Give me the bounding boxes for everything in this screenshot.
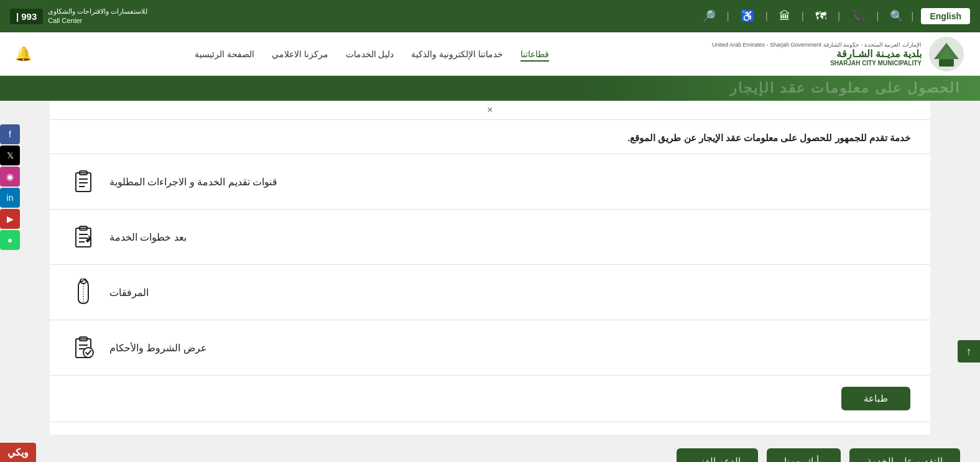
print-area: طباعة [50,376,930,422]
page-title-bar: الحصول على معلومات عقد الإيجار [0,76,980,101]
service-steps-row[interactable]: بعد خطوات الخدمة [50,210,930,265]
logo-image [928,35,965,73]
top-bar-icons: 🔍 | 📞 | 🗺 | 🏛 | ♿ | 🔎 [702,9,904,23]
close-button[interactable]: × [487,104,492,116]
main-content: × خدمة تقدم للجمهور للحصول على معلومات ع… [50,101,930,435]
nav-link-home[interactable]: الصفحة الرئيسية [195,49,254,59]
instagram-social-btn[interactable]: ◉ [0,167,20,187]
accessibility-icon[interactable]: 🏛 [779,10,790,23]
service-channels-row[interactable]: قنوات تقديم الخدمة و الاجراءات المطلوبة [50,154,930,210]
main-navigation: قطاعاتنا خدماتنا الإلكترونية والذكية دلي… [195,49,549,60]
logo-area: الإمارات العربية المتحدة - حكومة الشارقة… [712,35,965,73]
logo-arabic-name: بلدية مديـنة الشـارقة [712,48,922,60]
call-center-number: | 993 [10,9,43,24]
service-description: خدمة تقدم للجمهور للحصول على معلومات عقد… [50,120,930,154]
feedback-button[interactable]: رأيك يهمنا [767,448,840,462]
search-icon[interactable]: 🔍 [890,9,904,23]
nav-link-eservices[interactable]: قطاعاتنا [520,49,549,62]
nav-link-municipality[interactable]: دليل الخدمات [346,49,394,59]
print-button[interactable]: طباعة [841,387,910,410]
call-center-box: | 993 للاستفسارات والاقتراحات والشكاوى C… [10,7,147,26]
service-steps-label: بعد خطوات الخدمة [109,231,187,243]
linkedin-social-btn[interactable]: in [0,188,20,208]
apply-service-button[interactable]: التقديم على الخدمة [849,448,960,462]
english-language-button[interactable]: English [921,8,970,24]
notification-icon[interactable]: 🔔 [15,46,32,62]
close-bar: × [50,101,930,120]
facebook-social-btn[interactable]: f [0,124,20,144]
service-terms-row[interactable]: عرض الشروط والأحكام [50,320,930,376]
header-actions: 🔔 [15,46,32,62]
svg-rect-1 [939,59,954,67]
top-bar: English | 🔍 | 📞 | 🗺 | 🏛 | ♿ | 🔎 | 993 لل… [0,0,980,32]
nav-link-sectors[interactable]: خدماتنا الإلكترونية والذكية [411,49,503,59]
nav-link-media[interactable]: مركزنا الاعلامي [272,49,328,59]
phone-icon[interactable]: 📞 [851,9,865,23]
service-attachments-row[interactable]: المرفقات [50,265,930,320]
logo-subtitle: الإمارات العربية المتحدة - حكومة الشارقة… [712,42,922,48]
logo-english-name: SHARJAH CITY MUNICIPALITY [712,60,922,67]
header: الإمارات العربية المتحدة - حكومة الشارقة… [0,32,980,76]
clipboard-icon [70,168,97,195]
attachment-icon [70,279,97,306]
call-center-text: للاستفسارات والاقتراحات والشكاوى Call Ce… [48,7,147,26]
page-title-watermark: الحصول على معلومات عقد الإيجار [730,80,960,96]
sitemap-icon[interactable]: 🗺 [815,10,826,23]
youtube-social-btn[interactable]: ▶ [0,209,20,229]
svg-point-21 [83,348,93,358]
service-channels-label: قنوات تقديم الخدمة و الاجراءات المطلوبة [109,176,277,188]
zoom-icon[interactable]: 🔎 [702,9,716,23]
tech-support-button[interactable]: الدعم الفني [677,448,758,462]
wiki-badge: ويكي [0,443,36,462]
logo-text: الإمارات العربية المتحدة - حكومة الشارقة… [712,42,922,67]
social-sidebar: f 𝕏 ◉ in ▶ ● [0,124,20,250]
footer-buttons: التقديم على الخدمة رأيك يهمنا الدعم الفن… [0,435,980,462]
disability-icon[interactable]: ♿ [741,9,754,23]
service-terms-label: عرض الشروط والأحكام [109,342,207,354]
edit-document-icon [70,223,97,251]
twitter-social-btn[interactable]: 𝕏 [0,146,20,165]
service-attachments-label: المرفقات [109,287,149,298]
scroll-to-top-button[interactable]: ↑ [958,340,980,363]
terms-icon [70,334,97,361]
whatsapp-social-btn[interactable]: ● [0,230,20,250]
top-bar-left: English | 🔍 | 📞 | 🗺 | 🏛 | ♿ | 🔎 [702,8,971,24]
